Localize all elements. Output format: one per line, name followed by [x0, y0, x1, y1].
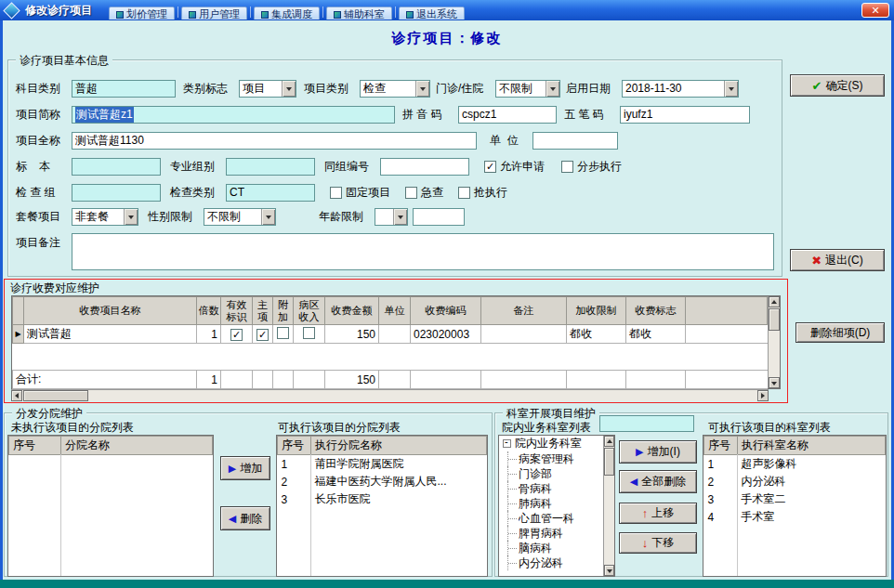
charge-grid-row[interactable]: ▶测试普超1✓✓150023020003都收都收	[13, 325, 768, 344]
charge-grid-column-header[interactable]: 有效标识	[221, 297, 253, 325]
exit-button[interactable]: ✖ 退出(C)	[790, 249, 885, 271]
scroll-left-button[interactable]	[11, 390, 22, 401]
executed-branch-row[interactable]: 2福建中医药大学附属人民...	[278, 473, 487, 490]
charge-ward-checkbox-cell[interactable]	[294, 325, 325, 344]
confirm-button[interactable]: ✔ 确定(S)	[790, 74, 885, 97]
charge-grid-column-header[interactable]: 备注	[481, 297, 567, 325]
remark-textarea[interactable]	[72, 233, 774, 270]
age-limit-unit-select[interactable]	[375, 208, 408, 226]
unit-input[interactable]	[532, 132, 618, 150]
visit-type-select[interactable]: 不限制	[495, 80, 560, 98]
scroll-track[interactable]	[604, 447, 614, 565]
dept-tree-root[interactable]: 院内业务科室	[499, 436, 603, 451]
dept-tree-item[interactable]: 脑病科	[499, 541, 603, 555]
scroll-down-button[interactable]	[604, 565, 614, 576]
age-limit-input[interactable]	[413, 208, 465, 226]
professional-group-input[interactable]	[226, 158, 315, 176]
dropdown-icon[interactable]	[415, 81, 429, 97]
fixed-item-checkbox[interactable]: 固定项目	[330, 185, 390, 201]
dropdown-icon[interactable]	[546, 81, 559, 97]
scroll-thumb[interactable]	[23, 390, 88, 401]
step-execute-checkbox[interactable]: 分步执行	[561, 159, 622, 175]
gender-limit-select[interactable]: 不限制	[204, 208, 276, 226]
charge-grid-column-header[interactable]: 加收限制	[567, 297, 626, 325]
executed-dept-column-header[interactable]: 序号	[704, 437, 738, 455]
scroll-up-button[interactable]	[769, 296, 780, 307]
toolbar-item[interactable]: 用户管理	[181, 7, 247, 20]
toolbar-item[interactable]: 集成调度	[254, 7, 320, 20]
dept-move-up-button[interactable]: ↑ 上移	[619, 503, 697, 524]
toolbar-item[interactable]: 辅助科室	[326, 7, 392, 20]
scroll-track[interactable]	[22, 390, 757, 401]
wubi-code-input[interactable]: iyufz1	[620, 106, 750, 124]
executed-branch-row[interactable]: 1莆田学院附属医院	[278, 455, 487, 474]
specimen-input[interactable]	[72, 158, 161, 176]
scroll-down-button[interactable]	[769, 377, 780, 388]
scroll-thumb[interactable]	[604, 448, 614, 476]
executed-dept-column-header[interactable]: 执行科室名称	[738, 437, 886, 455]
dept-delete-all-button[interactable]: ◀ 全部删除	[619, 470, 697, 493]
dropdown-icon[interactable]	[261, 209, 275, 225]
executed-dept-row[interactable]: 3手术室二	[704, 490, 886, 508]
charge-grid-column-header[interactable]: 单位	[379, 297, 411, 325]
delete-detail-button[interactable]: 删除细项(D)	[795, 322, 885, 343]
package-item-select[interactable]: 非套餐	[72, 208, 138, 226]
charge-grid-column-header[interactable]: 收费项目名称	[24, 297, 197, 325]
executed-branch-column-header[interactable]: 序号	[278, 437, 311, 455]
branch-remove-button[interactable]: ◀ 删除	[220, 506, 270, 530]
dropdown-icon[interactable]	[393, 209, 407, 225]
pinyin-code-input[interactable]: cspcz1	[458, 106, 557, 124]
charge-grid-column-header[interactable]: 倍数	[197, 297, 221, 325]
dept-move-down-button[interactable]: ↓ 下移	[619, 532, 697, 554]
dept-tree-item[interactable]: 门诊部	[499, 466, 603, 481]
executed-dept-row[interactable]: 4手术室	[704, 508, 886, 526]
charge-grid-column-header[interactable]: 收费标志	[626, 297, 686, 325]
scroll-track[interactable]	[769, 307, 780, 377]
rush-execute-checkbox[interactable]: 抢执行	[458, 185, 507, 201]
dept-search-input[interactable]	[599, 415, 694, 432]
executed-dept-list[interactable]: 序号执行科室名称1超声影像科2内分泌科3手术室二4手术室	[703, 435, 887, 577]
unexecuted-branch-column-header[interactable]: 分院名称	[61, 437, 213, 455]
unexecuted-branch-list[interactable]: 序号分院名称	[7, 435, 214, 577]
dept-tree-item[interactable]: 肺病科	[499, 496, 603, 511]
charge-grid-column-header[interactable]: 附加	[273, 297, 294, 325]
dept-tree-item[interactable]: 心血管一科	[499, 511, 603, 526]
dept-tree-item[interactable]: 脾胃病科	[499, 526, 603, 541]
category-flag-select[interactable]: 项目	[239, 80, 296, 98]
toolbar-item[interactable]: 划价管理	[109, 7, 175, 20]
branch-add-button[interactable]: ▶ 增加	[220, 456, 270, 480]
dropdown-icon[interactable]	[124, 209, 138, 225]
scroll-up-button[interactable]	[604, 436, 614, 447]
executed-branch-row[interactable]: 3长乐市医院	[278, 490, 487, 508]
dept-add-button[interactable]: ▶ 增加(I)	[619, 440, 697, 464]
dept-tree[interactable]: 院内业务科室病案管理科门诊部骨病科肺病科心血管一科脾胃病科脑病科内分泌科	[498, 435, 615, 577]
dept-tree-scrollbar[interactable]	[603, 436, 614, 576]
charge-grid-column-header[interactable]: 收费金额	[325, 297, 379, 325]
check-group-input[interactable]	[72, 184, 161, 202]
executed-branch-column-header[interactable]: 执行分院名称	[311, 437, 487, 455]
charge-valid-checkbox-cell[interactable]: ✓	[221, 325, 253, 344]
toolbar-item[interactable]: 退出系统	[399, 7, 465, 20]
dept-tree-item[interactable]: 内分泌科	[499, 555, 603, 570]
dropdown-icon[interactable]	[724, 81, 738, 97]
scroll-right-button[interactable]	[757, 390, 769, 401]
item-category-select[interactable]: 检查	[360, 80, 430, 98]
charge-grid-column-header[interactable]: 收费编码	[411, 297, 481, 325]
urgent-checkbox[interactable]: 急查	[405, 185, 443, 201]
charge-main-checkbox-cell[interactable]: ✓	[253, 325, 273, 344]
charge-horizontal-scrollbar[interactable]	[11, 389, 769, 401]
dept-tree-item[interactable]: 骨病科	[499, 481, 603, 496]
executed-dept-row[interactable]: 1超声影像科	[704, 455, 886, 474]
check-category-input[interactable]: CT	[226, 184, 315, 202]
dropdown-icon[interactable]	[282, 81, 296, 97]
charge-grid-column-header[interactable]: 主项	[253, 297, 273, 325]
dept-tree-item[interactable]: 病案管理科	[499, 451, 603, 466]
charge-vertical-scrollbar[interactable]	[768, 296, 780, 388]
allow-apply-checkbox[interactable]: ✓ 允许申请	[484, 159, 545, 175]
same-group-no-input[interactable]	[380, 158, 469, 176]
subject-category-input[interactable]: 普超	[72, 80, 176, 98]
scroll-thumb[interactable]	[769, 308, 780, 331]
titlebar[interactable]: 修改诊疗项目 划价管理用户管理集成调度辅助科室退出系统 ✕	[0, 0, 894, 20]
executed-dept-row[interactable]: 2内分泌科	[704, 473, 886, 490]
charge-grid-column-header[interactable]: 病区收入	[294, 297, 325, 325]
